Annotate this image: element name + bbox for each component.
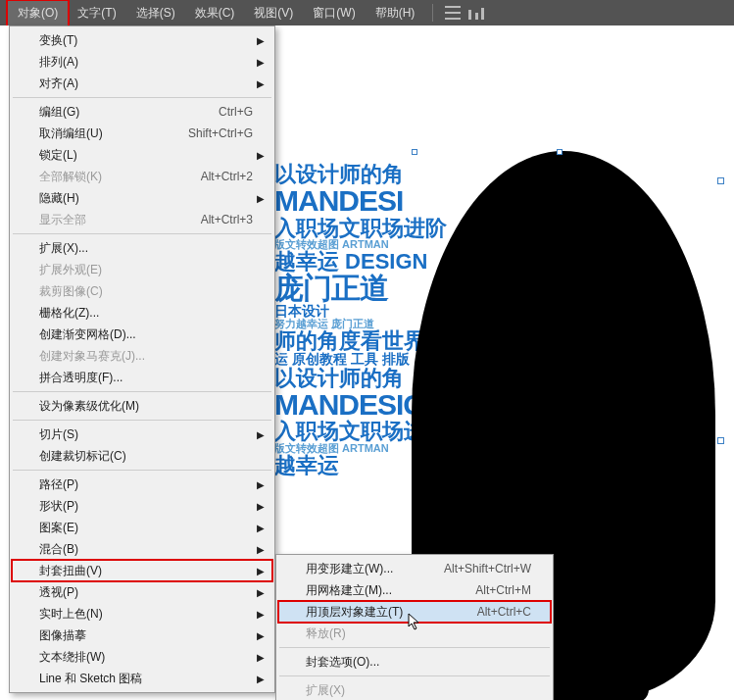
object-menu-item[interactable]: 形状(P)▶ bbox=[12, 495, 272, 517]
menu-item-label: 用顶层对象建立(T) bbox=[306, 604, 403, 621]
menu-item-label: 取消编组(U) bbox=[39, 125, 103, 142]
menu-item-label: 创建裁切标记(C) bbox=[39, 448, 126, 465]
envelope-submenu-item[interactable]: 用顶层对象建立(T)Alt+Ctrl+C bbox=[278, 601, 551, 623]
menu-item-label: 用网格建立(M)... bbox=[306, 582, 392, 599]
envelope-submenu-item[interactable]: 封套选项(O)... bbox=[278, 651, 551, 673]
menu-divider bbox=[13, 391, 271, 392]
menu-shortcut: Alt+Ctrl+2 bbox=[201, 170, 253, 183]
menu-object[interactable]: 对象(O) bbox=[8, 1, 68, 25]
object-menu-item[interactable]: 扩展(X)... bbox=[12, 237, 272, 259]
object-menu-item[interactable]: 创建裁切标记(C) bbox=[12, 445, 272, 467]
menu-help[interactable]: 帮助(H) bbox=[366, 1, 425, 25]
menu-item-label: 变换(T) bbox=[39, 32, 77, 49]
envelope-distort-submenu: 用变形建立(W)...Alt+Shift+Ctrl+W用网格建立(M)...Al… bbox=[275, 554, 554, 700]
menu-item-label: 文本绕排(W) bbox=[39, 649, 105, 666]
object-menu-item[interactable]: 取消编组(U)Shift+Ctrl+G bbox=[12, 123, 272, 144]
object-menu-dropdown: 变换(T)▶排列(A)▶对齐(A)▶编组(G)Ctrl+G取消编组(U)Shif… bbox=[9, 25, 275, 693]
object-menu-item[interactable]: 路径(P)▶ bbox=[12, 474, 272, 495]
menu-view[interactable]: 视图(V) bbox=[244, 1, 303, 25]
object-menu-item[interactable]: 透视(P)▶ bbox=[12, 581, 272, 603]
menu-shortcut: Alt+Shift+Ctrl+W bbox=[444, 562, 531, 575]
object-menu-item: 扩展外观(E) bbox=[12, 259, 272, 280]
object-menu-item: 创建对象马赛克(J)... bbox=[12, 345, 272, 367]
workspace-switch-icon[interactable] bbox=[468, 6, 484, 20]
menu-item-label: 透视(P) bbox=[39, 584, 78, 601]
menu-item-label: 封套扭曲(V) bbox=[39, 563, 102, 579]
menu-item-label: 隐藏(H) bbox=[39, 190, 79, 207]
object-menu-item[interactable]: 封套扭曲(V)▶ bbox=[12, 560, 272, 581]
submenu-arrow-icon: ▶ bbox=[257, 193, 265, 204]
menu-divider bbox=[13, 420, 271, 421]
menu-item-label: 裁剪图像(C) bbox=[39, 283, 103, 300]
menu-item-label: 创建对象马赛克(J)... bbox=[39, 348, 145, 365]
object-menu-item[interactable]: 排列(A)▶ bbox=[12, 51, 272, 73]
submenu-arrow-icon: ▶ bbox=[257, 57, 265, 68]
menu-item-label: 图像描摹 bbox=[39, 627, 86, 644]
menu-window[interactable]: 窗口(W) bbox=[303, 1, 365, 25]
envelope-submenu-item[interactable]: 用网格建立(M)...Alt+Ctrl+M bbox=[278, 579, 551, 601]
menu-item-label: 释放(R) bbox=[306, 625, 346, 642]
separator bbox=[432, 4, 433, 22]
menu-item-label: 显示全部 bbox=[39, 212, 86, 228]
submenu-arrow-icon: ▶ bbox=[257, 429, 265, 440]
object-menu-item[interactable]: 实时上色(N)▶ bbox=[12, 603, 272, 625]
menu-item-label: 对齐(A) bbox=[39, 75, 78, 92]
selection-handle[interactable] bbox=[717, 177, 724, 184]
submenu-arrow-icon: ▶ bbox=[257, 566, 265, 576]
menu-item-label: 路径(P) bbox=[39, 476, 78, 493]
submenu-arrow-icon: ▶ bbox=[257, 501, 265, 512]
menu-item-label: 扩展(X)... bbox=[39, 240, 88, 257]
menu-divider bbox=[13, 233, 271, 234]
selection-handle[interactable] bbox=[557, 149, 563, 155]
object-menu-item[interactable]: 栅格化(Z)... bbox=[12, 302, 272, 324]
menu-item-label: 全部解锁(K) bbox=[39, 169, 102, 185]
menu-divider bbox=[13, 97, 271, 98]
menu-item-label: 扩展(X) bbox=[306, 682, 345, 699]
menu-shortcut: Ctrl+G bbox=[219, 105, 253, 119]
envelope-submenu-item[interactable]: 用变形建立(W)...Alt+Shift+Ctrl+W bbox=[278, 558, 551, 579]
menu-effect[interactable]: 效果(C) bbox=[185, 1, 245, 25]
submenu-arrow-icon: ▶ bbox=[257, 35, 265, 46]
menu-divider bbox=[279, 675, 550, 676]
object-menu-item[interactable]: Line 和 Sketch 图稿▶ bbox=[12, 668, 272, 689]
object-menu-item: 全部解锁(K)Alt+Ctrl+2 bbox=[12, 166, 272, 187]
menu-item-label: 用变形建立(W)... bbox=[306, 561, 393, 577]
menu-shortcut: Alt+Ctrl+3 bbox=[201, 213, 253, 226]
envelope-submenu-item: 扩展(X) bbox=[278, 679, 551, 700]
menu-item-label: 拼合透明度(F)... bbox=[39, 370, 122, 386]
object-menu-item[interactable]: 文本绕排(W)▶ bbox=[12, 646, 272, 668]
object-menu-item[interactable]: 对齐(A)▶ bbox=[12, 73, 272, 94]
menu-select[interactable]: 选择(S) bbox=[126, 1, 185, 25]
menu-divider bbox=[279, 647, 550, 648]
submenu-arrow-icon: ▶ bbox=[257, 78, 265, 89]
selection-handle[interactable] bbox=[412, 149, 417, 155]
arrange-docs-icon[interactable] bbox=[445, 6, 461, 20]
menu-item-label: 锁定(L) bbox=[39, 147, 77, 164]
object-menu-item: 裁剪图像(C) bbox=[12, 280, 272, 302]
object-menu-item[interactable]: 设为像素级优化(M) bbox=[12, 395, 272, 417]
menu-shortcut: Shift+Ctrl+G bbox=[188, 126, 253, 140]
menu-item-label: 切片(S) bbox=[39, 426, 78, 443]
object-menu-item[interactable]: 切片(S)▶ bbox=[12, 424, 272, 445]
menu-item-label: 实时上色(N) bbox=[39, 606, 103, 623]
menu-item-label: 编组(G) bbox=[39, 104, 79, 121]
object-menu-item[interactable]: 锁定(L)▶ bbox=[12, 144, 272, 166]
submenu-arrow-icon: ▶ bbox=[257, 150, 265, 161]
submenu-arrow-icon: ▶ bbox=[257, 479, 265, 490]
menu-type[interactable]: 文字(T) bbox=[68, 1, 125, 25]
object-menu-item[interactable]: 拼合透明度(F)... bbox=[12, 367, 272, 388]
menu-item-label: 图案(E) bbox=[39, 520, 78, 536]
object-menu-item[interactable]: 图像描摹▶ bbox=[12, 625, 272, 646]
submenu-arrow-icon: ▶ bbox=[257, 630, 265, 641]
object-menu-item[interactable]: 创建渐变网格(D)... bbox=[12, 324, 272, 345]
object-menu-item[interactable]: 编组(G)Ctrl+G bbox=[12, 101, 272, 123]
object-menu-item[interactable]: 隐藏(H)▶ bbox=[12, 187, 272, 209]
submenu-arrow-icon: ▶ bbox=[257, 544, 265, 555]
menu-shortcut: Alt+Ctrl+M bbox=[475, 583, 531, 597]
selection-handle[interactable] bbox=[717, 437, 724, 444]
object-menu-item[interactable]: 变换(T)▶ bbox=[12, 29, 272, 51]
menu-shortcut: Alt+Ctrl+C bbox=[477, 605, 531, 619]
submenu-arrow-icon: ▶ bbox=[257, 609, 265, 620]
object-menu-item[interactable]: 混合(B)▶ bbox=[12, 538, 272, 560]
object-menu-item[interactable]: 图案(E)▶ bbox=[12, 517, 272, 538]
